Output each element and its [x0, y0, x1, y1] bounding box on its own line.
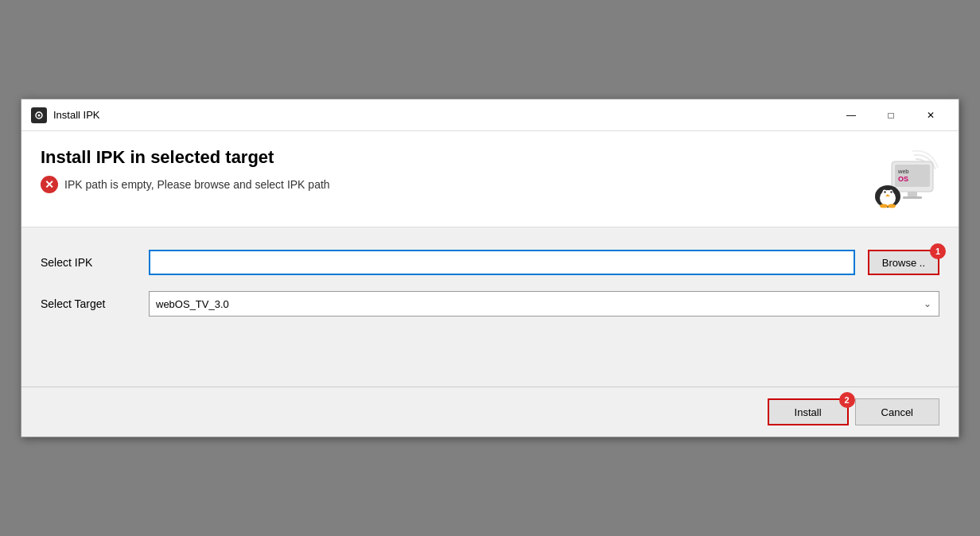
- target-select[interactable]: webOS_TV_3.0 webOS_TV_2.0 webOS_TV_4.0: [149, 291, 939, 317]
- svg-point-10: [880, 190, 896, 206]
- footer-section: Install 2 Cancel: [21, 386, 959, 437]
- content-section: Select IPK Browse .. 1 Select Target web…: [21, 227, 959, 386]
- svg-rect-7: [908, 192, 917, 196]
- header-left: Install IPK in selected target ✕ IPK pat…: [41, 147, 330, 193]
- webos-logo: web OS: [868, 147, 939, 211]
- window-title: Install IPK: [53, 109, 833, 121]
- install-badge: 2: [839, 392, 855, 408]
- svg-rect-8: [903, 196, 922, 199]
- svg-text:OS: OS: [898, 175, 908, 183]
- svg-point-14: [890, 191, 892, 192]
- select-ipk-label: Select IPK: [41, 256, 136, 269]
- svg-point-17: [888, 204, 896, 208]
- svg-point-16: [880, 204, 888, 208]
- window-controls: — □ ✕: [833, 104, 949, 126]
- select-target-label: Select Target: [41, 297, 136, 310]
- title-bar: Install IPK — □ ✕: [21, 99, 959, 131]
- browse-button[interactable]: Browse .. 1: [868, 250, 939, 275]
- install-button[interactable]: Install 2: [768, 398, 849, 425]
- close-button[interactable]: ✕: [912, 104, 949, 126]
- target-select-wrapper: webOS_TV_3.0 webOS_TV_2.0 webOS_TV_4.0 ⌄: [149, 291, 939, 317]
- minimize-button[interactable]: —: [833, 104, 869, 126]
- select-ipk-row: Select IPK Browse .. 1: [41, 250, 939, 275]
- svg-text:web: web: [897, 169, 909, 174]
- error-text: IPK path is empty, Please browse and sel…: [64, 178, 330, 191]
- header-section: Install IPK in selected target ✕ IPK pat…: [21, 131, 959, 227]
- maximize-button[interactable]: □: [873, 104, 909, 126]
- webos-logo-svg: web OS: [868, 147, 939, 211]
- cancel-button[interactable]: Cancel: [855, 398, 939, 425]
- select-target-row: Select Target webOS_TV_3.0 webOS_TV_2.0 …: [41, 291, 939, 317]
- svg-point-13: [884, 191, 885, 192]
- svg-point-2: [38, 114, 41, 116]
- app-icon: [31, 107, 47, 123]
- error-message-row: ✕ IPK path is empty, Please browse and s…: [41, 176, 330, 193]
- select-ipk-input[interactable]: [149, 250, 855, 275]
- dialog-title: Install IPK in selected target: [41, 147, 330, 168]
- browse-badge: 1: [930, 243, 946, 259]
- error-icon: ✕: [41, 176, 58, 193]
- dialog-window: Install IPK — □ ✕ Install IPK in selecte…: [21, 99, 959, 437]
